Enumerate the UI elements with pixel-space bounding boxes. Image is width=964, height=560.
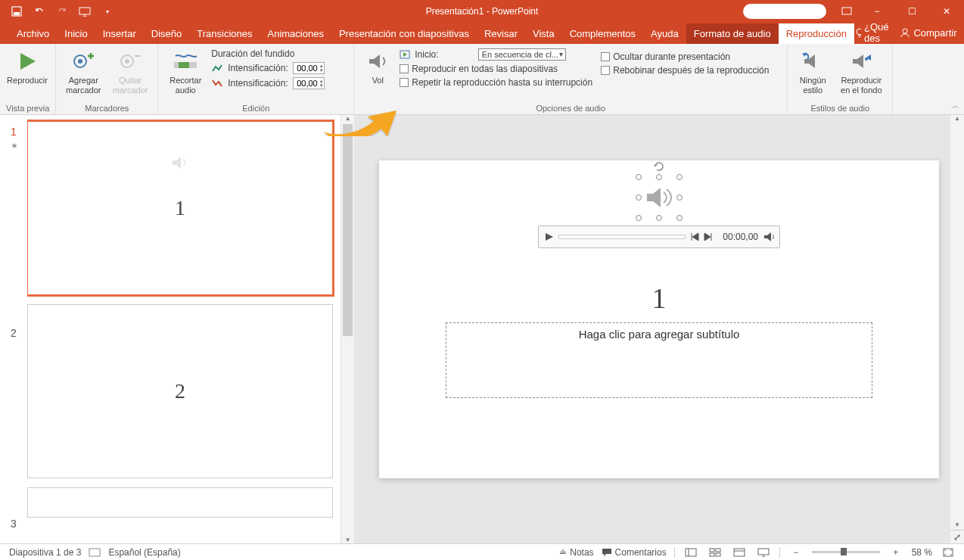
audio-object[interactable]: 00:00,00 [538,177,780,248]
maximize-button[interactable]: ☐ [896,0,928,23]
language-label[interactable]: Español (España) [108,547,180,558]
tab-playback[interactable]: Reproducción [779,23,854,44]
slide-thumbnail-1[interactable]: 1 [27,121,334,295]
rotate-handle-icon[interactable] [653,160,665,173]
zoom-slider[interactable] [812,551,880,553]
zoom-level[interactable]: 58 % [912,547,932,558]
scroll-up-icon[interactable]: ▲ [950,115,964,122]
scroll-up-icon[interactable]: ▲ [341,115,354,122]
lightbulb-icon [854,27,861,38]
resize-handle[interactable] [636,215,642,221]
tab-review[interactable]: Revisar [477,23,525,44]
animation-indicator-icon: ✶ [0,141,27,151]
hide-during-checkbox[interactable]: Ocultar durante presentación [601,51,781,62]
svg-point-7 [78,59,82,64]
minimize-button[interactable]: − [861,0,893,23]
scroll-down-icon[interactable]: ▼ [341,537,354,543]
comments-button[interactable]: Comentarios [602,547,667,558]
editor-scrollbar[interactable]: ▲ ▼ [950,115,964,543]
tell-me-button[interactable]: ¿Qué des [854,21,893,44]
reading-view-button[interactable] [731,546,748,559]
zoom-out-button[interactable]: − [788,546,804,559]
tab-home[interactable]: Inicio [57,23,95,44]
play-background-button[interactable]: Reproducir en el fondo [836,47,886,95]
add-bookmark-button[interactable]: Agregar marcador [62,47,104,95]
tab-transitions[interactable]: Transiciones [189,23,260,44]
slide-thumbnail-3[interactable] [27,487,334,518]
tab-animations[interactable]: Animaciones [260,23,331,44]
slide-canvas[interactable]: 00:00,00 1 Haga clic para agregar subtít… [379,160,939,478]
thumbnails-scrollbar[interactable]: ▲ ▼ [341,115,354,543]
fade-in-input[interactable] [294,63,319,73]
resize-handle[interactable] [656,174,662,180]
tab-design[interactable]: Diseño [144,23,189,44]
tab-slideshow[interactable]: Presentación con diapositivas [331,23,477,44]
checkbox-icon [400,78,409,87]
fit-window-button[interactable] [940,546,956,559]
audio-styles-group-label: Estilos de audio [794,104,886,114]
start-from-current-icon[interactable] [79,5,91,17]
normal-view-button[interactable] [683,546,699,559]
time-display: 00:00,00 [717,232,758,242]
tab-file[interactable]: Archivo [9,23,57,44]
zoom-in-button[interactable]: + [888,546,904,559]
slide-thumbnail-2[interactable]: 2 [27,304,334,478]
zoom-knob[interactable] [841,548,847,555]
subtitle-placeholder[interactable]: Haga clic para agregar subtítulo [446,322,872,398]
tab-format-audio[interactable]: Formato de audio [686,23,779,44]
resize-handle[interactable] [636,174,642,180]
undo-icon[interactable] [33,5,45,17]
skip-back-button[interactable] [690,232,699,241]
resize-handle[interactable] [656,215,662,221]
loop-checkbox[interactable]: Repetir la reproducción hasta su interru… [400,77,596,88]
spell-check-icon[interactable] [89,547,101,558]
notes-button[interactable]: ≐Notas [559,547,593,558]
fade-in-spinbox[interactable]: ▲▼ [293,62,325,74]
svg-rect-15 [686,549,696,556]
slide-editor[interactable]: 00:00,00 1 Haga clic para agregar subtít… [354,115,964,543]
tab-view[interactable]: Vista [525,23,562,44]
no-style-button[interactable]: Ningún estilo [794,47,832,95]
play-preview-button[interactable]: Reproducir [6,47,48,86]
fit-to-window-button[interactable]: ⤢ [950,530,964,543]
slide-number[interactable]: 2 [0,322,27,513]
slide-sorter-button[interactable] [707,546,723,559]
slide-title[interactable]: 1 [379,282,939,315]
trim-audio-button[interactable]: Recortar audio [164,47,207,95]
close-button[interactable]: ✕ [931,0,962,23]
resize-handle[interactable] [676,174,683,180]
redo-icon[interactable] [56,5,68,17]
volume-icon[interactable] [763,232,775,242]
volume-button[interactable]: Vol [360,47,395,88]
slideshow-view-button[interactable] [755,546,772,559]
rewind-after-checkbox[interactable]: Rebobinar después de la reproducción [601,65,781,76]
play-across-checkbox[interactable]: Reproducir en todas las diapositivas [400,64,596,74]
slide-thumbnails-panel: 1 ✶ 2 3 1 2 ▲ ▼ [0,115,354,543]
skip-forward-button[interactable] [704,232,713,241]
tab-help[interactable]: Ayuda [643,23,686,44]
resize-handle[interactable] [636,194,642,201]
title-bar: ▾ Presentación1 - PowerPoint − ☐ ✕ [0,0,964,23]
share-button[interactable]: Compartir [900,27,956,39]
user-name-area[interactable] [743,4,826,19]
slide-number[interactable]: 3 [0,513,27,560]
resize-handle[interactable] [676,194,683,201]
window-title: Presentación1 - PowerPoint [426,6,539,17]
scroll-down-icon[interactable]: ▼ [950,521,964,528]
resize-handle[interactable] [676,215,683,221]
ribbon-display-options-button[interactable] [835,0,858,23]
start-select[interactable]: En secuencia de cl... [478,48,566,61]
tab-insert[interactable]: Insertar [95,23,144,44]
svg-point-5 [903,29,907,33]
svg-rect-3 [842,8,851,14]
fade-out-input[interactable] [294,78,319,89]
scroll-thumb[interactable] [343,124,353,336]
checkbox-icon [601,52,610,61]
fade-out-spinbox[interactable]: ▲▼ [293,77,325,89]
collapse-ribbon-button[interactable]: ︿ [949,99,962,113]
seek-bar[interactable] [558,235,686,239]
save-icon[interactable] [11,5,23,17]
tab-addins[interactable]: Complementos [562,23,643,44]
qat-customize-icon[interactable]: ▾ [101,5,114,17]
play-button[interactable] [543,232,554,242]
